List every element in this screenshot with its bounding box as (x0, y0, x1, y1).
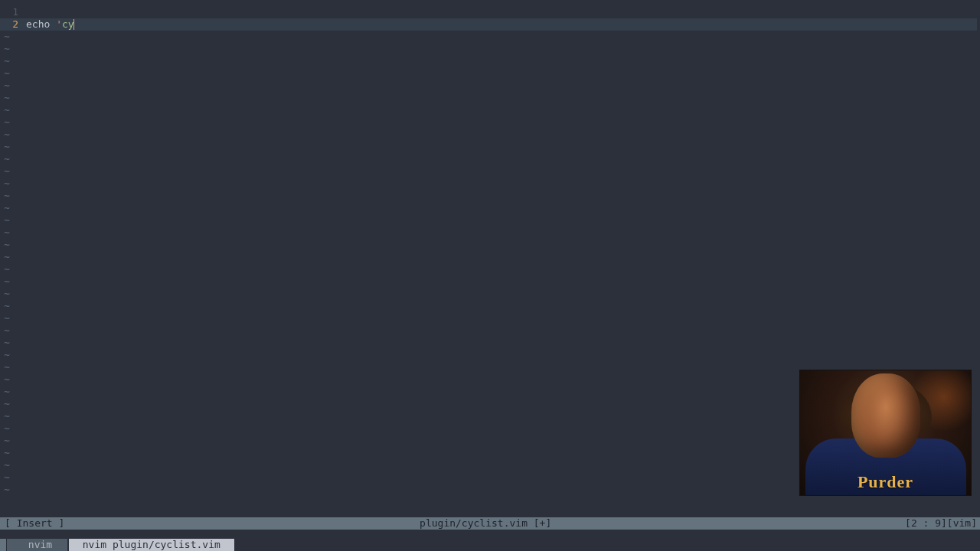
empty-line-tilde: ~ (0, 178, 9, 190)
vim-file-name: plugin/cyclist.vim [+] (69, 517, 902, 530)
line-number-current: 2 (0, 18, 21, 31)
vim-statusline: [ Insert ] plugin/cyclist.vim [+] [2 : 9… (0, 517, 980, 530)
string-quote: ' (56, 18, 62, 30)
empty-line-tilde: ~ (0, 116, 9, 129)
vim-mode-indicator: [ Insert ] (0, 517, 69, 530)
empty-line-tilde: ~ (0, 410, 9, 422)
empty-line-tilde: ~ (0, 67, 9, 80)
tmux-session-indicator (0, 539, 6, 551)
tmux-window-active[interactable]: nvim plugin/cyclist.vim (69, 539, 234, 551)
empty-line-tilde: ~ (0, 43, 9, 55)
empty-line-tilde: ~ (0, 104, 9, 116)
code-line-current[interactable]: echo 'cy (26, 18, 980, 31)
empty-line-tilde: ~ (0, 251, 9, 263)
empty-line-tilde: ~ (0, 214, 9, 227)
empty-line-tilde: ~ (0, 80, 9, 92)
empty-line-tilde: ~ (0, 190, 9, 202)
line-number: 1 (0, 6, 21, 18)
empty-line-tilde: ~ (0, 202, 9, 214)
empty-line-tilde: ~ (0, 435, 9, 447)
tmux-status-bar[interactable]: nvim nvim plugin/cyclist.vim (0, 539, 980, 551)
empty-line-tilde: ~ (0, 471, 9, 484)
empty-line-tilde: ~ (0, 300, 9, 312)
empty-line-tilde: ~ (0, 276, 9, 288)
empty-line-tilde: ~ (0, 141, 9, 153)
empty-line-tilde: ~ (0, 447, 9, 459)
tmux-session-indicator (7, 539, 13, 551)
empty-line-tilde: ~ (0, 459, 9, 471)
empty-line-tilde: ~ (0, 422, 9, 435)
tmux-window-inactive[interactable]: nvim (13, 539, 67, 551)
string-literal: cy (62, 18, 74, 30)
webcam-shirt-text: Purder (858, 472, 913, 492)
empty-line-tilde: ~ (0, 288, 9, 300)
empty-line-tilde: ~ (0, 312, 9, 324)
webcam-overlay: Purder (800, 370, 971, 495)
empty-line-tilde: ~ (0, 129, 9, 141)
empty-line-tilde: ~ (0, 153, 9, 165)
empty-line-tildes: ~~~~~~~~~~~~~~~~~~~~~~~~~~~~~~~~~~~~~~ (0, 31, 9, 517)
empty-line-tilde: ~ (0, 324, 9, 337)
empty-line-tilde: ~ (0, 55, 9, 67)
empty-line-tilde: ~ (0, 239, 9, 251)
insert-cursor (74, 19, 75, 30)
empty-line-tilde: ~ (0, 349, 9, 361)
empty-line-tilde: ~ (0, 398, 9, 410)
empty-line-tilde: ~ (0, 263, 9, 276)
code-line[interactable] (26, 6, 980, 18)
empty-line-tilde: ~ (0, 361, 9, 373)
vim-cursor-position: [2 : 9][vim] (902, 517, 980, 530)
empty-line-tilde: ~ (0, 92, 9, 104)
empty-line-tilde: ~ (0, 373, 9, 386)
empty-line-tilde: ~ (0, 484, 9, 496)
empty-line-tilde: ~ (0, 337, 9, 349)
empty-line-tilde: ~ (0, 386, 9, 398)
empty-line-tilde: ~ (0, 165, 9, 178)
empty-line-tilde: ~ (0, 227, 9, 239)
vim-command: echo (26, 18, 56, 30)
empty-line-tilde: ~ (0, 31, 9, 43)
